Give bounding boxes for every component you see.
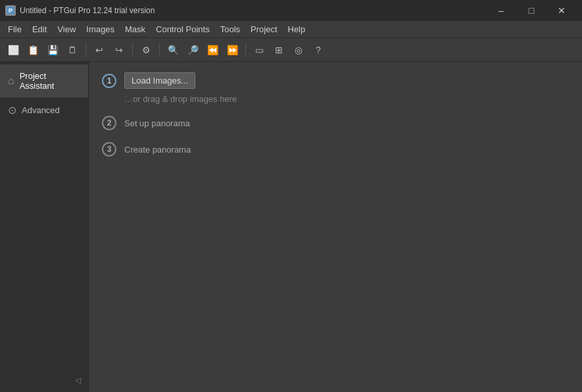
toolbar: ⬜📋💾🗒↩↪⚙🔍🔎⏪⏩▭⊞◎? [0, 38, 582, 62]
step-3-number: 3 [107, 145, 112, 154]
step-3-circle: 3 [102, 142, 116, 157]
sidebar: ⌂ Project Assistant ⊙ Advanced ◁ [0, 62, 89, 392]
step-1-number: 1 [107, 76, 112, 86]
main-layout: ⌂ Project Assistant ⊙ Advanced ◁ 1 Load … [0, 62, 582, 392]
menu-item-view[interactable]: View [52, 22, 81, 36]
step-3-row: 3 Create panorama [102, 142, 569, 157]
help-btn[interactable]: ? [309, 41, 327, 59]
svg-text:P: P [9, 7, 12, 14]
menu-item-project[interactable]: Project [245, 22, 282, 36]
undo-btn[interactable]: ↩ [90, 41, 109, 59]
zoom-out-btn[interactable]: 🔍 [164, 41, 182, 59]
toolbar-separator-3 [245, 43, 246, 57]
save-as-btn[interactable]: 🗒 [63, 41, 82, 59]
menu-item-file[interactable]: File [3, 22, 27, 36]
circle-icon: ⊙ [8, 104, 16, 116]
title-text: Untitled - PTGui Pro 12.24 trial version [20, 6, 155, 15]
content-area: 1 Load Images... …or drag & drop images … [89, 62, 582, 392]
step-1-circle: 1 [102, 74, 116, 88]
open-btn[interactable]: 📋 [24, 41, 42, 59]
minimize-button[interactable]: – [486, 0, 516, 21]
collapse-arrow[interactable]: ◁ [71, 374, 84, 387]
maximize-button[interactable]: □ [516, 0, 546, 21]
sidebar-label-advanced: Advanced [22, 105, 60, 115]
toolbar-separator-1 [132, 43, 133, 57]
menu-item-mask[interactable]: Mask [120, 22, 151, 36]
menu-item-control-points[interactable]: Control Points [151, 22, 215, 36]
load-images-button[interactable]: Load Images... [124, 72, 195, 89]
drag-drop-text: …or drag & drop images here [124, 94, 569, 104]
menu-item-help[interactable]: Help [283, 22, 311, 36]
step-3-label: Create panorama [124, 145, 191, 155]
app-icon: P [5, 5, 16, 16]
toolbar-separator-0 [85, 43, 86, 57]
step-2-label: Set up panorama [124, 118, 190, 128]
window-controls: – □ ✕ [486, 0, 577, 21]
rect-view-btn[interactable]: ▭ [250, 41, 268, 59]
title-bar: P Untitled - PTGui Pro 12.24 trial versi… [0, 0, 582, 21]
sidebar-item-advanced[interactable]: ⊙ Advanced [0, 97, 88, 123]
sidebar-item-project-assistant[interactable]: ⌂ Project Assistant [0, 64, 88, 97]
save-btn[interactable]: 💾 [43, 41, 62, 59]
redo-btn[interactable]: ↪ [110, 41, 128, 59]
sphere-btn[interactable]: ◎ [289, 41, 308, 59]
menu-item-images[interactable]: Images [81, 22, 120, 36]
step-2-circle: 2 [102, 116, 116, 130]
menu-item-edit[interactable]: Edit [27, 22, 52, 36]
home-icon: ⌂ [8, 75, 14, 87]
step-1-row: 1 Load Images... [102, 72, 569, 89]
grid-view-btn[interactable]: ⊞ [270, 41, 288, 59]
toolbar-separator-2 [159, 43, 160, 57]
title-left: P Untitled - PTGui Pro 12.24 trial versi… [5, 5, 155, 16]
sidebar-label-project-assistant: Project Assistant [20, 71, 80, 91]
zoom-in-btn[interactable]: 🔎 [183, 41, 202, 59]
menu-item-tools[interactable]: Tools [215, 22, 245, 36]
prev-btn[interactable]: ⏪ [203, 41, 222, 59]
step-2-row: 2 Set up panorama [102, 116, 569, 130]
new-project-btn[interactable]: ⬜ [4, 41, 22, 59]
menu-bar: FileEditViewImagesMaskControl PointsTool… [0, 21, 582, 38]
collapse-icon: ◁ [75, 376, 81, 385]
settings-btn[interactable]: ⚙ [137, 41, 155, 59]
next-btn[interactable]: ⏩ [223, 41, 241, 59]
close-button[interactable]: ✕ [546, 0, 577, 21]
step-2-number: 2 [107, 118, 112, 128]
